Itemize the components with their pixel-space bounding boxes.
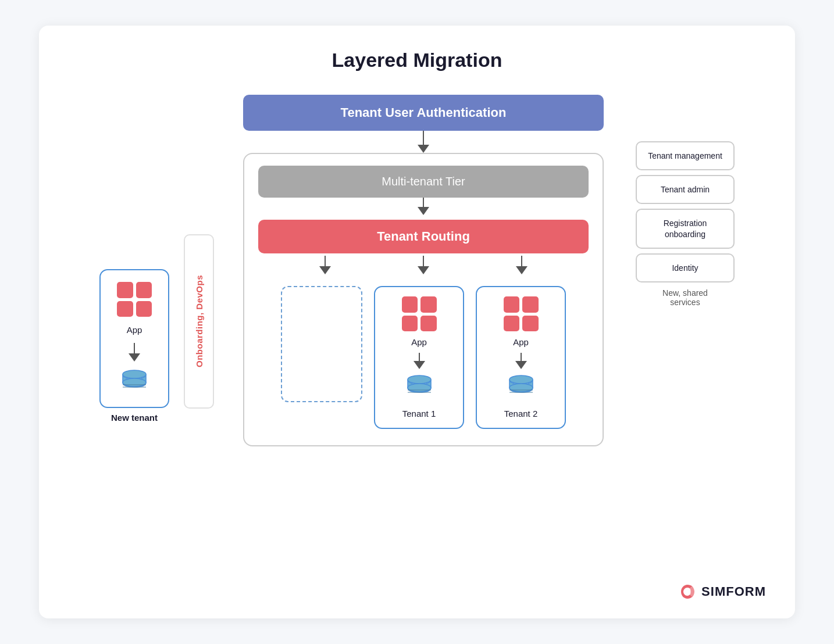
arrow-down-icon: [418, 207, 429, 215]
left-column: App New tenant: [97, 269, 172, 423]
svg-point-8: [509, 375, 533, 384]
app-square: [402, 296, 418, 313]
app-square: [522, 296, 539, 313]
app-square: [420, 296, 437, 313]
new-tenant-label: New tenant: [111, 413, 158, 423]
app-square: [420, 316, 437, 332]
app-square: [136, 301, 152, 317]
app-label-tenant1: App: [411, 337, 427, 347]
tenant-2-label: Tenant 2: [504, 409, 538, 418]
multitenant-bar: Multi-tenant Tier: [258, 166, 589, 198]
service-identity: Identity: [636, 253, 735, 282]
app-square: [522, 316, 539, 332]
branch-arrow-right: [516, 256, 528, 274]
tenant-row: App Tenant 1: [281, 286, 566, 429]
svg-point-4: [408, 375, 431, 384]
simform-logo: SIMFORM: [678, 582, 766, 601]
center-column: Tenant User Authentication Multi-tenant …: [226, 95, 621, 446]
arrow-down-icon: [129, 353, 140, 362]
dashed-placeholder-box: [281, 286, 362, 402]
app-label-tenant2: App: [513, 337, 529, 347]
services-footer-label: New, sharedservices: [662, 288, 708, 307]
tenant-2-box: App Tenant 2: [476, 286, 566, 429]
arrow-line: [134, 343, 135, 353]
simform-icon: [678, 582, 697, 601]
tenant-1-label: Tenant 1: [402, 409, 436, 418]
app-icon-new-tenant: [117, 282, 152, 317]
outer-box: Multi-tenant Tier Tenant Routing: [243, 153, 604, 446]
app-square: [504, 316, 520, 332]
svg-point-5: [408, 384, 431, 392]
branch-arrows: [258, 256, 589, 274]
main-layout: App New tenant: [74, 95, 760, 446]
app-square: [504, 296, 520, 313]
diagram-container: Layered Migration App: [39, 26, 795, 618]
database-icon-new-tenant: [119, 370, 150, 395]
onboarding-label: Onboarding, DevOps: [194, 275, 204, 367]
app-square: [402, 316, 418, 332]
app-icon-tenant1: [402, 296, 437, 331]
app-square: [136, 282, 152, 298]
services-group: Tenant management Tenant admin Registrat…: [636, 141, 735, 282]
onboarding-box: Onboarding, DevOps: [184, 234, 214, 409]
app-label-new-tenant: App: [127, 325, 142, 335]
arrow-down-icon: [418, 145, 429, 153]
svg-point-0: [123, 370, 146, 378]
routing-bar: Tenant Routing: [258, 220, 589, 253]
database-icon-tenant1: [404, 375, 435, 400]
branch-arrow-left: [319, 256, 331, 274]
app-icon-tenant2: [504, 296, 539, 331]
auth-bar: Tenant User Authentication: [243, 95, 604, 131]
svg-point-9: [509, 384, 533, 392]
app-square: [117, 301, 133, 317]
svg-point-1: [123, 378, 146, 387]
onboarding-column: Onboarding, DevOps: [184, 234, 214, 409]
arrow-line: [423, 198, 424, 207]
service-tenant-admin: Tenant admin: [636, 175, 735, 204]
branch-arrow-mid: [418, 256, 429, 274]
service-tenant-management: Tenant management: [636, 141, 735, 170]
database-icon-tenant2: [505, 375, 537, 400]
right-column: Tenant management Tenant admin Registrat…: [633, 141, 737, 307]
new-tenant-box: App: [99, 269, 169, 408]
arrow-line: [423, 131, 424, 145]
tenant-1-box: App Tenant 1: [374, 286, 464, 429]
app-square: [117, 282, 133, 298]
service-registration: Registration onboarding: [636, 209, 735, 248]
simform-text: SIMFORM: [701, 584, 766, 599]
page-title: Layered Migration: [74, 49, 760, 71]
